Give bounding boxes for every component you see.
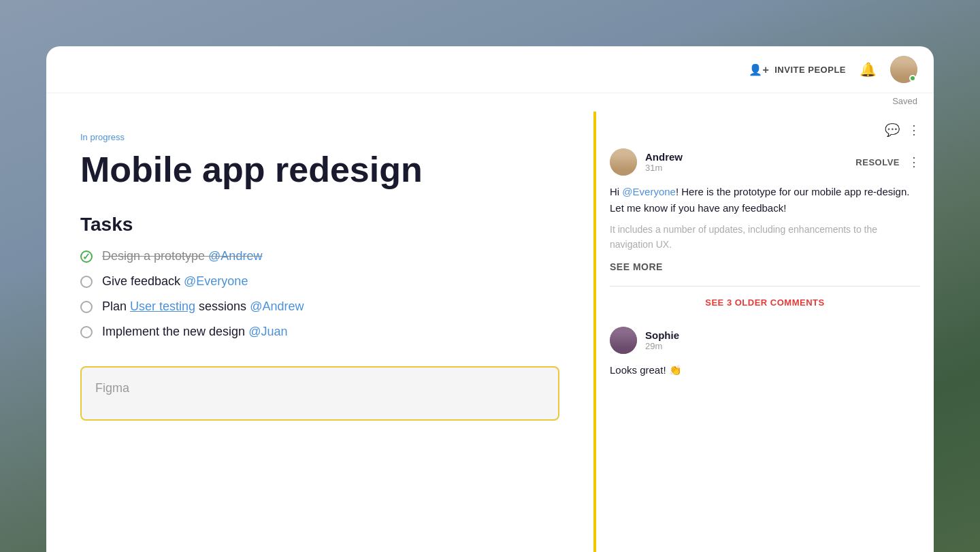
commenter-avatar-sophie xyxy=(610,327,637,354)
comment-body: Hi @Everyone! Here is the prototype for … xyxy=(610,184,920,216)
notification-bell-button[interactable]: 🔔 xyxy=(860,61,877,78)
chat-icon: 💬 xyxy=(885,123,900,137)
list-item: ✓ Design a prototype @Andrew xyxy=(80,249,559,263)
task-text: Plan User testing sessions @Andrew xyxy=(102,299,304,314)
status-badge: In progress xyxy=(80,132,559,142)
comment-header: Andrew 31m RESOLVE ⋮ xyxy=(610,148,920,176)
comment-more-button[interactable]: ⋮ xyxy=(908,155,920,169)
left-panel: In progress Mobile app redesign Tasks ✓ … xyxy=(46,112,593,552)
task-checkbox[interactable] xyxy=(80,301,93,313)
task-checkbox-completed[interactable]: ✓ xyxy=(80,250,93,263)
comment-thread: Andrew 31m RESOLVE ⋮ Hi @Everyone! Here … xyxy=(610,148,920,313)
comment-body-sophie: Looks great! 👏 xyxy=(610,362,920,378)
comment-time-sophie: 29m xyxy=(645,341,920,351)
comment-body-secondary: It includes a number of updates, includi… xyxy=(610,222,920,253)
list-item: Plan User testing sessions @Andrew xyxy=(80,299,559,314)
page-title: Mobile app redesign xyxy=(80,150,559,189)
check-icon: ✓ xyxy=(82,251,91,262)
add-person-icon: 👤+ xyxy=(749,63,769,76)
list-item: Give feedback @Everyone xyxy=(80,274,559,289)
task-checkbox[interactable] xyxy=(80,276,93,288)
comment-thread-2: Sophie 29m Looks great! 👏 xyxy=(610,327,920,378)
invite-people-button[interactable]: 👤+ INVITE PEOPLE xyxy=(749,63,846,76)
avatar-image xyxy=(610,148,637,176)
task-text: Implement the new design @Juan xyxy=(102,325,287,339)
more-icon: ⋮ xyxy=(908,123,920,137)
task-list: ✓ Design a prototype @Andrew Give feedba… xyxy=(80,249,559,339)
comment-author-sophie: Sophie xyxy=(645,329,920,341)
divider xyxy=(610,286,920,287)
main-card: 👤+ INVITE PEOPLE 🔔 Saved In progress Mob… xyxy=(46,46,934,552)
mention-everyone-comment: @Everyone xyxy=(622,186,676,197)
commenter-avatar xyxy=(610,148,637,176)
more-options-button[interactable]: ⋮ xyxy=(908,123,920,137)
online-status-indicator xyxy=(909,75,916,82)
content-area: In progress Mobile app redesign Tasks ✓ … xyxy=(46,112,934,552)
user-testing-link[interactable]: User testing xyxy=(130,299,195,313)
list-item: Implement the new design @Juan xyxy=(80,325,559,339)
figma-placeholder: Figma xyxy=(95,381,129,395)
saved-bar: Saved xyxy=(46,93,934,112)
mention-andrew-2: @Andrew xyxy=(250,299,304,313)
mention-everyone: @Everyone xyxy=(184,274,248,288)
comment-time: 31m xyxy=(645,163,847,173)
comment-author: Andrew xyxy=(645,151,847,163)
top-bar: 👤+ INVITE PEOPLE 🔔 xyxy=(46,46,934,93)
mention-juan: @Juan xyxy=(248,325,287,338)
task-checkbox[interactable] xyxy=(80,326,93,338)
comment-meta-sophie: Sophie 29m xyxy=(645,329,920,351)
resolve-button[interactable]: RESOLVE xyxy=(855,157,900,167)
avatar-image-sophie xyxy=(610,327,637,354)
task-text: Design a prototype @Andrew xyxy=(102,249,262,263)
comment-actions: RESOLVE ⋮ xyxy=(855,155,920,169)
tasks-heading: Tasks xyxy=(80,214,559,236)
panel-toolbar: 💬 ⋮ xyxy=(610,123,920,137)
comments-panel: 💬 ⋮ Andrew 31m RESOLVE xyxy=(593,112,934,552)
see-more-button[interactable]: SEE MORE xyxy=(610,261,663,272)
chat-icon-button[interactable]: 💬 xyxy=(885,123,900,137)
figma-embed: Figma xyxy=(80,366,559,421)
comment-header-2: Sophie 29m xyxy=(610,327,920,354)
comment-meta: Andrew 31m xyxy=(645,151,847,173)
see-older-comments-button[interactable]: SEE 3 OLDER COMMENTS xyxy=(610,292,920,313)
saved-status: Saved xyxy=(892,96,917,106)
mention-andrew: @Andrew xyxy=(208,249,262,263)
task-text: Give feedback @Everyone xyxy=(102,274,248,289)
user-avatar-button[interactable] xyxy=(890,56,917,83)
